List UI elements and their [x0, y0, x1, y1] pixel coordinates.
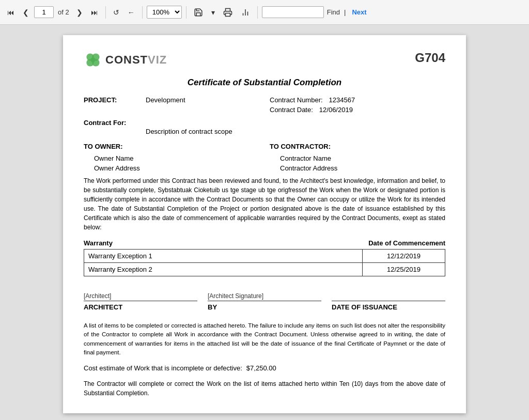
prev-page-button[interactable]: ❮	[20, 6, 32, 19]
warranty-row: Warranty Exception 212/25/2019	[84, 263, 445, 276]
architect-bracket: [Architect]	[84, 292, 111, 300]
separator-2	[142, 6, 143, 19]
to-contractor-label: TO CONTRACTOR:	[270, 143, 445, 150]
project-right: Contract Number: 1234567 Contract Date: …	[259, 96, 445, 114]
logo-area: CONSTVIZ	[84, 51, 167, 69]
project-info-row: PROJECT: Development Contract Number: 12…	[84, 96, 445, 114]
refresh-button[interactable]: ↺	[110, 6, 122, 19]
contractor-text: The Contractor will complete or correct …	[84, 379, 445, 398]
find-label: Find	[327, 8, 340, 16]
to-section: TO OWNER: Owner Name Owner Address TO CO…	[84, 143, 445, 172]
architect-sig-line: [Architect]	[84, 287, 197, 301]
project-row: PROJECT: Development	[84, 96, 259, 104]
to-owner-label: TO OWNER:	[84, 143, 259, 150]
date-issuance-col: DATE OF ISSUANCE	[332, 287, 445, 311]
chart-button[interactable]	[238, 6, 253, 19]
contract-date-label: Contract Date:	[270, 106, 313, 114]
signature-section: [Architect] ARCHITECT [Architect Signatu…	[84, 287, 445, 311]
logo-text: CONSTVIZ	[105, 53, 167, 67]
cost-value: $7,250.00	[246, 364, 276, 372]
date-cell: 12/25/2019	[363, 263, 445, 276]
page-of-label: of 2	[58, 8, 69, 16]
architect-role: ARCHITECT	[84, 303, 197, 311]
svg-rect-0	[225, 13, 230, 16]
document-page: CONSTVIZ G704 Certificate of Substantial…	[63, 35, 466, 413]
contractor-address: Contractor Address	[280, 164, 445, 172]
cost-label: Cost estimate of Work that is incomplete…	[84, 364, 242, 372]
contract-number-label: Contract Number:	[270, 96, 323, 104]
doc-title: Certificate of Substantial Completion	[84, 77, 445, 88]
svg-point-8	[91, 58, 96, 63]
contract-number-row: Contract Number: 1234567	[270, 96, 445, 104]
to-contractor-col: TO CONTRACTOR: Contractor Name Contracto…	[259, 143, 445, 172]
warranty-cell: Warranty Exception 1	[84, 250, 363, 263]
by-sig-line: [Architect Signature]	[208, 287, 321, 301]
save-dropdown-button[interactable]: ▾	[208, 6, 218, 19]
separator-3	[186, 6, 186, 19]
warranty-row: Warranty Exception 112/12/2019	[84, 250, 445, 263]
architect-sig-bracket: [Architect Signature]	[208, 292, 263, 300]
separator-1	[105, 6, 106, 19]
contractor-name: Contractor Name	[280, 154, 445, 162]
separator-4	[257, 6, 258, 19]
contract-for-label: Contract For:	[84, 119, 126, 127]
warranty-table: Warranty Exception 112/12/2019Warranty E…	[84, 249, 445, 276]
by-role: BY	[208, 303, 321, 311]
contract-date-value: 12/06/2019	[319, 106, 353, 114]
project-label: PROJECT:	[84, 96, 146, 104]
find-next-button[interactable]: Next	[349, 7, 369, 18]
contract-for-value: Description of contract scope	[146, 128, 445, 135]
owner-address: Owner Address	[94, 164, 259, 172]
date-cell: 12/12/2019	[363, 250, 445, 263]
contract-date-row: Contract Date: 12/06/2019	[270, 106, 445, 114]
first-page-button[interactable]: ⏮	[4, 6, 18, 19]
cost-row: Cost estimate of Work that is incomplete…	[84, 364, 445, 372]
warranty-col-label: Warranty	[84, 239, 113, 247]
to-owner-col: TO OWNER: Owner Name Owner Address	[84, 143, 259, 172]
document-area: CONSTVIZ G704 Certificate of Substantial…	[0, 25, 529, 420]
print-button[interactable]	[220, 6, 236, 19]
doc-header: CONSTVIZ G704	[84, 51, 445, 69]
project-value: Development	[146, 96, 259, 104]
save-button[interactable]	[191, 6, 206, 19]
contract-number-value: 1234567	[329, 96, 355, 104]
disclaimer-text: A list of items to be completed or corre…	[84, 321, 445, 357]
page-number-input[interactable]	[34, 6, 54, 18]
date-col-label: Date of Commencement	[368, 239, 445, 247]
project-left: PROJECT: Development	[84, 96, 259, 114]
find-separator: |	[344, 8, 346, 16]
warranty-header: Warranty Date of Commencement	[84, 239, 445, 247]
date-issuance-role: DATE OF ISSUANCE	[332, 303, 445, 311]
toolbar: ⏮ ❮ of 2 ❯ ⏭ ↺ ← 50% 75% 100% 125% 150% …	[0, 0, 529, 25]
last-page-button[interactable]: ⏭	[88, 6, 101, 19]
logo-viz: VIZ	[148, 53, 167, 66]
body-text: The Work performed under this Contract h…	[84, 176, 445, 232]
doc-id: G704	[415, 51, 445, 65]
by-sig-col: [Architect Signature] BY	[208, 287, 321, 311]
owner-name: Owner Name	[94, 154, 259, 162]
warranty-cell: Warranty Exception 2	[84, 263, 363, 276]
zoom-select[interactable]: 50% 75% 100% 125% 150% 200%	[147, 6, 182, 19]
logo-const: CONST	[105, 53, 148, 66]
back-button[interactable]: ←	[125, 6, 138, 19]
contract-for-section: Contract For: Description of contract sc…	[84, 119, 445, 135]
next-page-button[interactable]: ❯	[73, 6, 86, 19]
date-issuance-line	[332, 287, 445, 301]
find-input[interactable]	[262, 6, 324, 18]
logo-icon	[84, 51, 102, 69]
architect-sig-col: [Architect] ARCHITECT	[84, 287, 197, 311]
